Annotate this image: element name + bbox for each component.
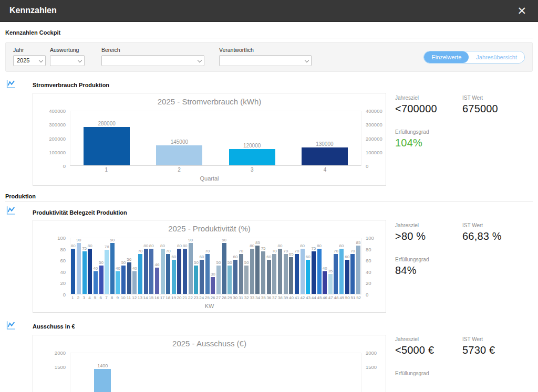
bar-value-label: 78: [105, 245, 109, 249]
bar-2[interactable]: [156, 145, 202, 165]
auswertung-select[interactable]: [50, 55, 85, 66]
bar-value-label: 80: [160, 243, 165, 248]
x-tick-label: 37: [272, 295, 277, 300]
bar-17[interactable]: [161, 249, 165, 294]
bar-29[interactable]: [227, 266, 232, 294]
chevron-down-icon: [198, 58, 202, 62]
jahresuebersicht-button[interactable]: Jahresübersicht: [469, 51, 524, 63]
bar-44[interactable]: [312, 251, 316, 294]
bar-14[interactable]: [144, 249, 148, 294]
bar-36[interactable]: [267, 260, 271, 294]
section-title-stromverbrauch: Stromverbrauch Produktion: [33, 82, 109, 88]
bar-47[interactable]: [328, 274, 333, 294]
bar-value-label: 40: [116, 266, 120, 271]
plot-area: 1400: [70, 353, 361, 392]
bar-value-label: 50: [244, 260, 249, 265]
bar-25[interactable]: [205, 254, 210, 294]
bar-15[interactable]: [149, 249, 153, 294]
chart-line-icon: [6, 206, 16, 215]
stromverbrauch-chart-card: 2025 - Stromverbrauch (kWh) 010000020000…: [33, 93, 386, 186]
bar-41[interactable]: [295, 254, 299, 294]
bar-4[interactable]: [302, 147, 348, 165]
bar-13[interactable]: [138, 254, 142, 294]
bar-value-label: 70: [138, 249, 143, 253]
x-tick-label: 35: [261, 295, 266, 300]
bereich-select[interactable]: [101, 55, 204, 66]
bar-18[interactable]: [166, 254, 170, 294]
x-tick-label: 52: [356, 295, 361, 300]
bar-45[interactable]: [317, 249, 322, 294]
bar-42[interactable]: [301, 249, 305, 294]
section-header-produktion: Produktion: [5, 193, 36, 199]
bar-46[interactable]: [323, 271, 327, 294]
bar-11[interactable]: [127, 262, 131, 294]
bar-50[interactable]: [345, 260, 349, 294]
bar-33[interactable]: [250, 249, 254, 294]
bar-35[interactable]: [261, 251, 265, 294]
bar-12[interactable]: [132, 271, 137, 294]
x-tick-label: 13: [137, 295, 143, 300]
chevron-down-icon: [305, 58, 309, 62]
bar-23[interactable]: [194, 266, 198, 294]
bar-19[interactable]: [172, 260, 176, 294]
bar-40[interactable]: [289, 257, 293, 294]
bar-32[interactable]: [244, 266, 249, 294]
bar-48[interactable]: [334, 254, 338, 294]
bar-24[interactable]: [200, 260, 204, 294]
bar-27[interactable]: [216, 266, 221, 294]
bar-31[interactable]: [239, 254, 243, 294]
section-title-produktivitaet: Produktivität Belegzeit Produktion: [33, 209, 127, 216]
bar-16[interactable]: [155, 268, 159, 294]
bar-8[interactable]: [110, 243, 115, 294]
bar-21[interactable]: [183, 249, 187, 294]
bar-1[interactable]: [71, 249, 75, 294]
bar-value-label: 60: [306, 255, 311, 259]
einzelwerte-button[interactable]: Einzelwerte: [424, 51, 469, 63]
bar-28[interactable]: [222, 243, 226, 294]
jahr-select-value: 2025: [17, 57, 29, 63]
bar-10[interactable]: [121, 266, 126, 294]
bar-4[interactable]: [88, 249, 92, 294]
close-icon[interactable]: ✕: [515, 5, 529, 16]
x-tick-label: 50: [345, 295, 350, 300]
plot-area: 8090758040507890405056407080804680706080…: [70, 238, 361, 294]
bar-9[interactable]: [116, 271, 120, 294]
bar-26[interactable]: [211, 277, 215, 294]
jahresziel-label: Jahresziel: [395, 336, 434, 342]
bar-value-label: 120000: [243, 143, 261, 149]
ist-wert-label: IST Wert: [462, 223, 502, 228]
bar-49[interactable]: [339, 249, 344, 294]
x-tick-label: 1: [70, 167, 143, 173]
x-tick-label: 2: [76, 295, 81, 300]
bar-3[interactable]: [229, 149, 275, 166]
x-tick-label: 24: [199, 295, 204, 300]
bar-37[interactable]: [272, 254, 276, 294]
erfuellungsgrad-value: 104%: [395, 137, 429, 149]
jahr-label: Jahr: [13, 47, 46, 53]
bar-20[interactable]: [177, 249, 181, 294]
bar-5[interactable]: [94, 271, 98, 294]
bar-3[interactable]: [82, 251, 87, 294]
bar-22[interactable]: [189, 243, 193, 294]
bar-30[interactable]: [233, 260, 237, 294]
x-tick-label: 11: [126, 295, 132, 300]
bar-2[interactable]: [77, 243, 81, 294]
window-title: Kennzahlen: [9, 6, 57, 15]
verantwortlich-select[interactable]: [219, 55, 312, 66]
bar-value-label: 40: [323, 266, 327, 271]
bar-7[interactable]: [105, 250, 109, 294]
chart-title: 2025 - Stromverbrauch (kWh): [33, 97, 386, 106]
x-tick-label: 19: [171, 295, 177, 300]
bar-43[interactable]: [306, 260, 310, 294]
bar-34[interactable]: [255, 246, 260, 294]
bar[interactable]: [94, 369, 111, 392]
bar-52[interactable]: [356, 246, 360, 294]
x-tick-label: 4: [288, 167, 361, 173]
bar-39[interactable]: [284, 254, 288, 294]
bar-38[interactable]: [278, 249, 282, 294]
bar-1[interactable]: [84, 127, 130, 166]
bar-51[interactable]: [350, 254, 355, 294]
bar-6[interactable]: [99, 266, 104, 294]
jahr-select[interactable]: 2025: [13, 55, 46, 66]
metric-erfuellungsgrad: Erfüllungsgrad 84%: [395, 257, 429, 277]
